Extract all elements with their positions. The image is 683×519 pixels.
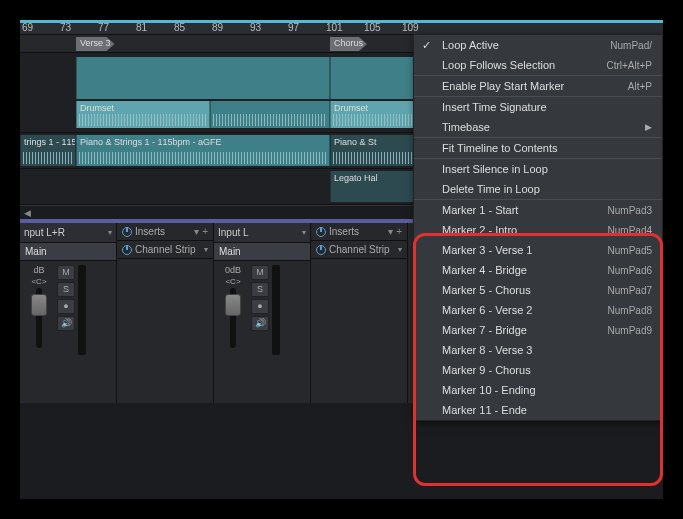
waveform <box>79 114 207 126</box>
menu-item-marker[interactable]: Marker 4 - BridgeNumPad6 <box>414 260 662 280</box>
audio-clip[interactable]: Drumset <box>330 101 415 128</box>
clip-label: Piano & St <box>331 135 414 149</box>
menu-item-marker[interactable]: Marker 8 - Verse 3 <box>414 340 662 360</box>
mixer-inserts[interactable]: Inserts▾ + Channel Strip▾ <box>117 223 214 403</box>
ruler-tick: 69 <box>20 22 58 33</box>
ruler-tick: 73 <box>58 22 96 33</box>
power-icon[interactable] <box>316 227 326 237</box>
power-icon[interactable] <box>316 245 326 255</box>
audio-clip[interactable]: trings 1 - 115 <box>20 135 76 166</box>
record-button[interactable]: ● <box>57 299 75 314</box>
record-button[interactable]: ● <box>251 299 269 314</box>
solo-button[interactable]: S <box>57 282 75 297</box>
timeline-context-menu: ✓ Loop ActiveNumPad/ Loop Follows Select… <box>413 34 663 421</box>
audio-clip[interactable] <box>210 101 330 128</box>
audio-clip[interactable]: Drumset <box>76 101 210 128</box>
ruler-tick: 109 <box>400 22 438 33</box>
insert-slot[interactable]: Channel Strip▾ <box>311 241 407 259</box>
audio-clip[interactable]: Piano & St <box>330 135 415 166</box>
menu-item-timebase[interactable]: Timebase▶ <box>414 117 662 138</box>
ruler-tick: 93 <box>248 22 286 33</box>
plus-icon[interactable]: ▾ + <box>388 226 402 237</box>
menu-item-loop-active[interactable]: ✓ Loop ActiveNumPad/ <box>414 35 662 55</box>
volume-fader[interactable] <box>36 288 42 348</box>
mixer-channel[interactable]: nput L+R▾ Main dB <C> M S ● 🔊 <box>20 223 117 403</box>
scroll-left-icon[interactable]: ◀ <box>20 206 34 220</box>
channel-input-selector[interactable]: nput L+R▾ <box>20 223 116 243</box>
volume-fader[interactable] <box>230 288 236 348</box>
clip-label: trings 1 - 115 <box>21 135 75 149</box>
waveform <box>333 114 412 126</box>
monitor-button[interactable]: 🔊 <box>251 316 269 331</box>
db-readout: dB <box>33 265 44 275</box>
mute-button[interactable]: M <box>251 265 269 280</box>
pan-readout: <C> <box>225 277 240 286</box>
menu-item-marker[interactable]: Marker 7 - BridgeNumPad9 <box>414 320 662 340</box>
mixer-channel[interactable]: Input L▾ Main 0dB <C> M S ● 🔊 <box>214 223 311 403</box>
menu-item-delete-time[interactable]: Delete Time in Loop <box>414 179 662 200</box>
menu-item-marker[interactable]: Marker 3 - Verse 1NumPad5 <box>414 240 662 260</box>
monitor-button[interactable]: 🔊 <box>57 316 75 331</box>
insert-slot[interactable]: Channel Strip▾ <box>117 241 213 259</box>
chevron-right-icon: ▶ <box>645 122 652 132</box>
menu-item-time-signature[interactable]: Insert Time Signature <box>414 97 662 117</box>
mixer-inserts[interactable]: Inserts▾ + Channel Strip▾ <box>311 223 408 403</box>
ruler-tick: 89 <box>210 22 248 33</box>
waveform <box>333 152 412 164</box>
menu-item-marker[interactable]: Marker 5 - ChorusNumPad7 <box>414 280 662 300</box>
solo-button[interactable]: S <box>251 282 269 297</box>
plus-icon[interactable]: ▾ + <box>194 226 208 237</box>
ruler-tick: 105 <box>362 22 400 33</box>
ruler-tick: 81 <box>134 22 172 33</box>
power-icon[interactable] <box>122 227 132 237</box>
db-readout: 0dB <box>225 265 241 275</box>
clip-label: Drumset <box>77 101 209 115</box>
clip-label: Drumset <box>331 101 414 115</box>
menu-item-marker[interactable]: Marker 11 - Ende <box>414 400 662 420</box>
chevron-down-icon: ▾ <box>302 228 306 237</box>
channel-fader-section: 0dB <C> M S ● 🔊 <box>214 261 310 403</box>
marker-flag-chorus[interactable]: Chorus <box>330 37 367 51</box>
chevron-down-icon: ▾ <box>398 245 402 254</box>
audio-clip[interactable]: Piano & Strings 1 - 115bpm - aGFE <box>76 135 330 166</box>
check-icon: ✓ <box>422 39 431 52</box>
menu-item-insert-silence[interactable]: Insert Silence in Loop <box>414 159 662 179</box>
level-meter <box>272 265 280 355</box>
waveform <box>23 152 73 164</box>
audio-clip[interactable] <box>76 57 330 99</box>
menu-item-marker[interactable]: Marker 10 - Ending <box>414 380 662 400</box>
menu-item-fit-timeline[interactable]: Fit Timeline to Contents <box>414 138 662 159</box>
chevron-down-icon: ▾ <box>108 228 112 237</box>
channel-output-selector[interactable]: Main <box>20 243 116 261</box>
ruler-tick: 77 <box>96 22 134 33</box>
time-ruler[interactable]: 69 73 77 81 85 89 93 97 101 105 109 <box>20 20 663 35</box>
ruler-tick: 85 <box>172 22 210 33</box>
menu-item-marker[interactable]: Marker 6 - Verse 2NumPad8 <box>414 300 662 320</box>
ruler-tick: 97 <box>286 22 324 33</box>
chevron-down-icon: ▾ <box>204 245 208 254</box>
channel-fader-section: dB <C> M S ● 🔊 <box>20 261 116 403</box>
inserts-header[interactable]: Inserts▾ + <box>117 223 213 241</box>
mute-button[interactable]: M <box>57 265 75 280</box>
menu-item-marker[interactable]: Marker 1 - StartNumPad3 <box>414 200 662 220</box>
power-icon[interactable] <box>122 245 132 255</box>
ruler-tick: 101 <box>324 22 362 33</box>
audio-clip[interactable] <box>330 57 415 99</box>
clip-label: Legato Hal <box>331 171 414 185</box>
channel-output-selector[interactable]: Main <box>214 243 310 261</box>
channel-input-selector[interactable]: Input L▾ <box>214 223 310 243</box>
marker-flag-verse3[interactable]: Verse 3 <box>76 37 115 51</box>
inserts-header[interactable]: Inserts▾ + <box>311 223 407 241</box>
pan-readout: <C> <box>31 277 46 286</box>
menu-item-marker[interactable]: Marker 9 - Chorus <box>414 360 662 380</box>
level-meter <box>78 265 86 355</box>
menu-item-marker[interactable]: Marker 2 - IntroNumPad4 <box>414 220 662 240</box>
waveform <box>213 114 327 126</box>
menu-item-play-start-marker[interactable]: Enable Play Start MarkerAlt+P <box>414 76 662 97</box>
menu-item-loop-follows[interactable]: Loop Follows SelectionCtrl+Alt+P <box>414 55 662 76</box>
clip-label: Piano & Strings 1 - 115bpm - aGFE <box>77 135 329 149</box>
audio-clip[interactable]: Legato Hal <box>330 171 415 202</box>
waveform <box>79 152 327 164</box>
